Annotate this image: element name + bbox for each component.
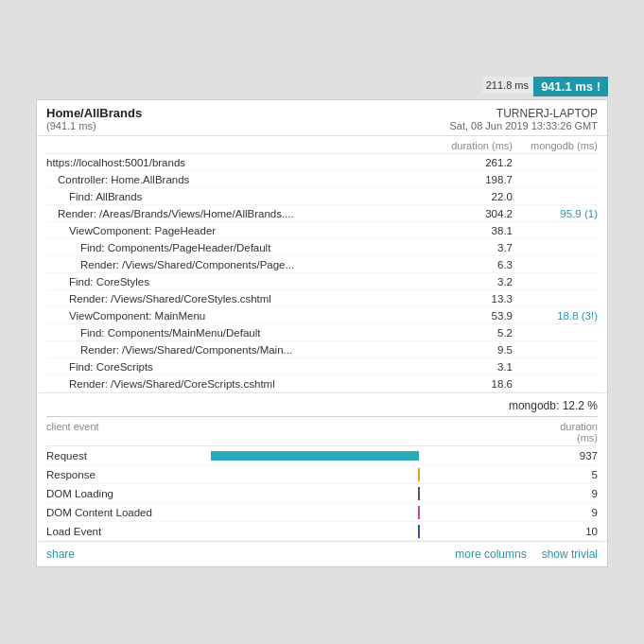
- client-row: Load Event 10: [46, 522, 598, 541]
- table-row: Render: /Views/Shared/Components/Main...…: [46, 341, 598, 358]
- table-row: Render: /Areas/Brands/Views/Home/AllBran…: [46, 205, 598, 222]
- client-row-label: Response: [46, 469, 211, 480]
- top-badge: 941.1 ms !: [533, 77, 608, 96]
- row-label: Render: /Views/Shared/CoreScripts.cshtml: [46, 378, 437, 390]
- duration-label: (941.1 ms): [46, 120, 96, 131]
- col-header-duration: duration (ms): [437, 140, 513, 151]
- outer-container: 211.8 ms 941.1 ms ! Home/AllBrands TURNE…: [36, 77, 608, 567]
- client-row-label: Load Event: [46, 526, 211, 537]
- row-label: https://localhost:5001/brands: [46, 157, 437, 168]
- bar-fill: [211, 451, 419, 461]
- row-label: ViewComponent: MainMenu: [46, 310, 437, 322]
- col-header-mongodb: mongodb (ms): [513, 140, 598, 151]
- bar-tick: [418, 506, 420, 519]
- client-section: client event duration (ms) Request 937 R…: [37, 417, 607, 541]
- client-row-label: DOM Content Loaded: [46, 507, 211, 518]
- mongodb-summary: mongodb: 12.2 %: [37, 392, 607, 416]
- panel-header: Home/AllBrands TURNERJ-LAPTOP (941.1 ms)…: [37, 100, 607, 136]
- client-row: Response 5: [46, 465, 598, 484]
- show-trivial-link[interactable]: show trivial: [542, 548, 598, 561]
- server-name: TURNERJ-LAPTOP: [496, 107, 598, 120]
- row-label: Find: CoreScripts: [46, 361, 437, 373]
- row-mongodb: 95.9 (1): [513, 208, 598, 219]
- client-row-duration: 937: [541, 450, 598, 461]
- table-row: ViewComponent: PageHeader 38.1: [46, 222, 598, 239]
- client-row-bar: [211, 487, 541, 500]
- client-row-label: DOM Loading: [46, 488, 211, 499]
- table-row: Render: /Views/Shared/Components/Page...…: [46, 256, 598, 273]
- client-row-duration: 10: [541, 526, 598, 537]
- client-row-bar: [211, 468, 541, 481]
- row-label: Find: Components/MainMenu/Default: [46, 327, 437, 339]
- client-row: Request 937: [46, 446, 598, 465]
- row-label: Render: /Views/Shared/CoreStyles.cshtml: [46, 293, 437, 305]
- client-row-label: Request: [46, 450, 211, 461]
- row-duration: 53.9: [437, 310, 513, 322]
- row-duration: 3.2: [437, 276, 513, 287]
- bar-tick: [418, 468, 420, 481]
- table-row: ViewComponent: MainMenu 53.9 18.8 (3!): [46, 307, 598, 324]
- table-row: Find: Components/MainMenu/Default 5.2: [46, 324, 598, 341]
- client-row-bar: [211, 506, 541, 519]
- client-row: DOM Content Loaded 9: [46, 503, 598, 522]
- client-row-duration: 5: [541, 469, 598, 480]
- row-label: Controller: Home.AllBrands: [46, 174, 437, 185]
- row-duration: 22.0: [437, 191, 513, 202]
- row-label: Render: /Views/Shared/Components/Main...: [46, 344, 437, 356]
- data-rows-container: https://localhost:5001/brands 261.2 Cont…: [46, 154, 598, 392]
- row-duration: 5.2: [437, 327, 513, 339]
- row-duration: 6.3: [437, 259, 513, 270]
- client-col-headers: client event duration (ms): [46, 417, 598, 446]
- top-ms-label: 211.8 ms: [482, 77, 532, 94]
- row-duration: 198.7: [437, 174, 513, 185]
- more-columns-link[interactable]: more columns: [455, 548, 526, 561]
- column-headers: duration (ms) mongodb (ms): [46, 136, 598, 154]
- bar-tick: [418, 487, 420, 500]
- table-row: Find: CoreScripts 3.1: [46, 358, 598, 375]
- share-link[interactable]: share: [46, 548, 75, 561]
- footer-right: more columns show trivial: [455, 548, 598, 561]
- table-row: Render: /Views/Shared/CoreScripts.cshtml…: [46, 375, 598, 392]
- panel-footer: share more columns show trivial: [37, 541, 607, 566]
- client-row-bar: [211, 525, 541, 538]
- table-row: Find: CoreStyles 3.2: [46, 273, 598, 290]
- row-label: ViewComponent: PageHeader: [46, 225, 437, 236]
- row-mongodb: 18.8 (3!): [513, 310, 598, 322]
- row-label: Find: AllBrands: [46, 191, 437, 202]
- row-label: Find: CoreStyles: [46, 276, 437, 287]
- row-duration: 18.6: [437, 378, 513, 390]
- main-panel: Home/AllBrands TURNERJ-LAPTOP (941.1 ms)…: [36, 99, 608, 567]
- client-row-bar: [211, 449, 541, 462]
- row-label: Render: /Areas/Brands/Views/Home/AllBran…: [46, 208, 437, 219]
- row-duration: 38.1: [437, 225, 513, 236]
- table-row: Render: /Views/Shared/CoreStyles.cshtml …: [46, 290, 598, 307]
- client-row: DOM Loading 9: [46, 484, 598, 503]
- client-row-duration: 9: [541, 488, 598, 499]
- table-row: Find: AllBrands 22.0: [46, 188, 598, 205]
- table-section: duration (ms) mongodb (ms) https://local…: [37, 136, 607, 392]
- client-col-duration: duration (ms): [541, 421, 598, 444]
- row-duration: 9.5: [437, 344, 513, 356]
- client-rows-container: Request 937 Response 5 DOM Loading 9 DOM…: [46, 446, 598, 541]
- row-label: Find: Components/PageHeader/Default: [46, 242, 437, 253]
- row-label: Render: /Views/Shared/Components/Page...: [46, 259, 437, 270]
- row-duration: 3.7: [437, 242, 513, 253]
- row-duration: 261.2: [437, 157, 513, 168]
- bar-tick: [418, 525, 420, 538]
- table-row: Find: Components/PageHeader/Default 3.7: [46, 239, 598, 256]
- client-row-duration: 9: [541, 507, 598, 518]
- table-row: Controller: Home.AllBrands 198.7: [46, 171, 598, 188]
- row-duration: 13.3: [437, 293, 513, 305]
- table-row: https://localhost:5001/brands 261.2: [46, 154, 598, 171]
- client-col-label: client event: [46, 421, 211, 444]
- row-duration: 304.2: [437, 208, 513, 219]
- page-title: Home/AllBrands: [46, 106, 142, 120]
- row-duration: 3.1: [437, 361, 513, 373]
- timestamp: Sat, 08 Jun 2019 13:33:26 GMT: [449, 120, 598, 131]
